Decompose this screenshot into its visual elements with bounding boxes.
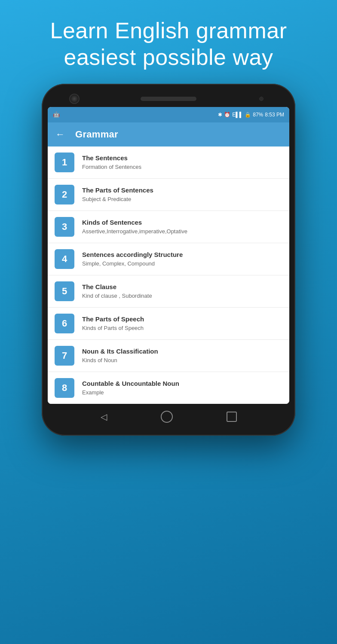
item-text-4: Sentences accordingly Structure Simple, … [82,250,282,268]
phone-top [48,92,289,107]
item-title-3: Kinds of Sentences [82,218,282,227]
item-number-6: 6 [55,314,74,333]
phone-screen: 🤖 ✱ ⏰ E▌▌ 🔒 87% 8:53 PM ← Grammar 1 The … [48,107,289,404]
item-number-7: 7 [55,346,74,366]
status-right: ✱ ⏰ E▌▌ 🔒 87% 8:53 PM [218,112,284,118]
app-bar: ← Grammar [48,122,289,147]
list-item[interactable]: 7 Noun & Its Classification Kinds of Nou… [48,340,289,372]
hero-section: Learn English grammar easiest possible w… [25,0,313,84]
list-item[interactable]: 1 The Sentences Formation of Sentences [48,147,289,179]
phone-sensor [259,97,263,101]
item-subtitle-4: Simple, Complex, Compound [82,260,282,268]
item-title-5: The Clause [82,282,282,291]
hero-line1: Learn English grammar [50,18,287,43]
item-text-6: The Parts of Speech Kinds of Parts of Sp… [82,314,282,332]
item-text-1: The Sentences Formation of Sentences [82,153,282,171]
item-subtitle-2: Subject & Predicate [82,195,282,203]
item-number-5: 5 [55,281,74,301]
app-title: Grammar [75,129,118,140]
item-title-8: Countable & Uncountable Noun [82,379,282,388]
item-title-2: The Parts of Sentences [82,186,282,195]
phone-speaker [141,97,196,101]
item-subtitle-3: Assertive,Interrogative,imperative,Optat… [82,228,282,235]
home-nav-icon[interactable] [161,411,173,423]
item-number-1: 1 [55,153,74,172]
recents-nav-icon[interactable] [227,412,237,422]
item-title-1: The Sentences [82,153,282,162]
status-bar: 🤖 ✱ ⏰ E▌▌ 🔒 87% 8:53 PM [48,107,289,122]
android-icon: 🤖 [53,111,60,118]
back-button[interactable]: ← [55,129,65,140]
item-subtitle-7: Kinds of Noun [82,357,282,364]
list-item[interactable]: 3 Kinds of Sentences Assertive,Interroga… [48,211,289,243]
battery-percent: 87% [253,112,263,118]
list-item[interactable]: 2 The Parts of Sentences Subject & Predi… [48,179,289,211]
time-display: 8:53 PM [265,112,284,118]
list-item[interactable]: 8 Countable & Uncountable Noun Example [48,372,289,404]
item-text-5: The Clause Kind of clause , Subordinate [82,282,282,300]
item-subtitle-1: Formation of Sentences [82,163,282,171]
phone-camera [69,94,80,104]
item-text-3: Kinds of Sentences Assertive,Interrogati… [82,218,282,235]
item-title-7: Noun & Its Classification [82,347,282,356]
item-number-8: 8 [55,378,74,398]
alarm-icon: ⏰ [224,112,230,118]
phone-bottom: ◁ [48,404,289,427]
item-number-3: 3 [55,217,74,237]
item-text-8: Countable & Uncountable Noun Example [82,379,282,397]
list-item[interactable]: 5 The Clause Kind of clause , Subordinat… [48,275,289,308]
item-subtitle-8: Example [82,389,282,397]
item-number-4: 4 [55,249,74,269]
item-title-4: Sentences accordingly Structure [82,250,282,259]
item-number-2: 2 [55,185,74,204]
phone-mockup: 🤖 ✱ ⏰ E▌▌ 🔒 87% 8:53 PM ← Grammar 1 The … [42,84,295,436]
hero-line2: easiest possible way [64,45,273,70]
back-nav-icon[interactable]: ◁ [101,412,107,422]
item-text-2: The Parts of Sentences Subject & Predica… [82,186,282,203]
item-subtitle-5: Kind of clause , Subordinate [82,292,282,300]
list-item[interactable]: 4 Sentences accordingly Structure Simple… [48,243,289,275]
item-text-7: Noun & Its Classification Kinds of Noun [82,347,282,364]
signal-icon: E▌▌ [232,112,243,118]
grammar-list: 1 The Sentences Formation of Sentences 2… [48,147,289,404]
lock-icon: 🔒 [245,112,251,118]
bluetooth-icon: ✱ [218,112,222,118]
item-subtitle-6: Kinds of Parts of Speech [82,324,282,332]
list-item[interactable]: 6 The Parts of Speech Kinds of Parts of … [48,308,289,340]
status-left: 🤖 [53,111,60,118]
item-title-6: The Parts of Speech [82,314,282,324]
